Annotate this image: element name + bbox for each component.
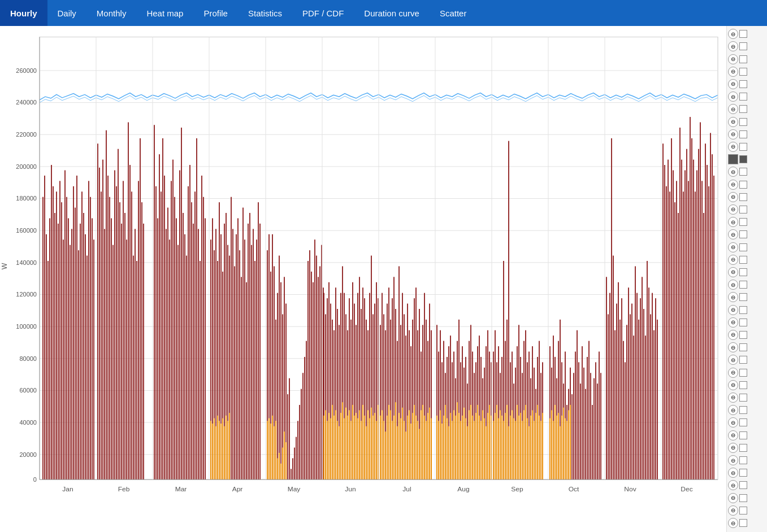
rp-circle-icon-37[interactable]: ⊖ [728, 493, 738, 503]
rp-circle-icon-30[interactable]: ⊖ [728, 405, 738, 415]
nav-daily[interactable]: Daily [47, 0, 86, 26]
nav-monthly[interactable]: Monthly [86, 0, 137, 26]
rp-checkbox-34[interactable] [739, 444, 747, 452]
rp-circle-icon-13[interactable]: ⊖ [728, 192, 738, 202]
rp-checkbox-10[interactable] [739, 143, 747, 151]
nav-hourly[interactable]: Hourly [0, 0, 47, 26]
rp-checkbox-36[interactable] [739, 469, 747, 477]
rp-circle-icon-2[interactable]: ⊖ [728, 41, 738, 51]
rp-checkbox-40[interactable] [739, 519, 747, 527]
rp-circle-icon-29[interactable]: ⊖ [728, 393, 738, 403]
rp-circle-icon-14[interactable]: ⊖ [728, 204, 738, 215]
rp-circle-icon-21[interactable]: ⊖ [728, 292, 738, 302]
rp-checkbox-22[interactable] [739, 293, 747, 301]
rp-circle-icon-5[interactable]: ⊖ [728, 79, 738, 89]
svg-rect-386 [686, 149, 687, 479]
rp-checkbox-39[interactable] [739, 507, 747, 514]
rp-circle-icon-35[interactable]: ⊖ [728, 468, 738, 478]
right-panel-row: ⊖ [728, 417, 766, 428]
rp-circle-icon-9[interactable]: ⊖ [728, 129, 738, 139]
rp-checkbox-5[interactable] [739, 80, 747, 88]
rp-checkbox-35[interactable] [739, 456, 747, 464]
rp-checkbox-32[interactable] [739, 418, 747, 426]
svg-rect-97 [169, 239, 170, 479]
rp-checkbox-38[interactable] [739, 494, 747, 502]
rp-circle-icon-31[interactable]: ⊖ [728, 417, 738, 428]
rp-checkbox-16[interactable] [739, 218, 747, 226]
rp-checkbox-23[interactable] [739, 306, 747, 314]
nav-duration[interactable]: Duration curve [354, 0, 430, 26]
rp-circle-icon-7[interactable]: ⊖ [728, 104, 738, 114]
rp-checkbox-11[interactable] [739, 155, 747, 163]
rp-checkbox-1[interactable] [739, 30, 747, 38]
rp-checkbox-15[interactable] [739, 206, 747, 213]
rp-checkbox-6[interactable] [739, 93, 747, 101]
rp-checkbox-28[interactable] [739, 369, 747, 377]
right-panel-row: ⊖ [728, 191, 766, 203]
nav-statistics[interactable]: Statistics [238, 0, 292, 26]
rp-checkbox-27[interactable] [739, 356, 747, 364]
rp-circle-icon-12[interactable]: ⊖ [728, 180, 738, 190]
rp-circle-icon-34[interactable]: ⊖ [728, 455, 738, 465]
svg-rect-437 [340, 413, 341, 479]
rp-circle-icon-22[interactable]: ⊖ [728, 305, 738, 315]
rp-checkbox-2[interactable] [739, 42, 747, 50]
svg-rect-445 [354, 416, 355, 479]
rp-circle-icon-27[interactable]: ⊖ [728, 368, 738, 378]
rp-circle-icon-26[interactable]: ⊖ [728, 355, 738, 365]
rp-circle-icon-25[interactable]: ⊖ [728, 342, 738, 352]
nav-profile[interactable]: Profile [193, 0, 238, 26]
rp-circle-icon-24[interactable]: ⊖ [728, 330, 738, 340]
rp-checkbox-7[interactable] [739, 105, 747, 113]
rp-circle-icon-15[interactable]: ⊖ [728, 217, 738, 227]
rp-circle-icon-10[interactable]: ⊖ [728, 142, 738, 152]
rp-circle-icon-11[interactable]: ⊖ [728, 167, 738, 177]
rp-checkbox-29[interactable] [739, 381, 747, 389]
rp-checkbox-3[interactable] [739, 55, 747, 63]
rp-circle-icon-20[interactable]: ⊖ [728, 280, 738, 290]
rp-circle-icon-3[interactable]: ⊖ [728, 54, 738, 64]
rp-circle-icon-16[interactable]: ⊖ [728, 229, 738, 239]
rp-checkbox-19[interactable] [739, 256, 747, 264]
rp-circle-icon-17[interactable]: ⊖ [728, 242, 738, 252]
svg-rect-56 [88, 181, 89, 479]
rp-circle-icon-19[interactable]: ⊖ [728, 267, 738, 277]
rp-circle-icon-4[interactable]: ⊖ [728, 67, 738, 77]
rp-checkbox-9[interactable] [739, 130, 747, 138]
rp-circle-icon-23[interactable]: ⊖ [728, 317, 738, 328]
rp-checkbox-31[interactable] [739, 406, 747, 414]
rp-circle-icon-8[interactable]: ⊖ [728, 117, 738, 127]
svg-rect-398 [707, 165, 708, 479]
rp-circle-icon-32[interactable]: ⊖ [728, 430, 738, 441]
rp-checkbox-20[interactable] [739, 268, 747, 276]
rp-circle-icon-28[interactable]: ⊖ [728, 380, 738, 390]
svg-rect-335 [592, 405, 593, 479]
nav-heatmap[interactable]: Heat map [136, 0, 193, 26]
rp-checkbox-24[interactable] [739, 319, 747, 326]
rp-checkbox-21[interactable] [739, 281, 747, 289]
rp-checkbox-12[interactable] [739, 168, 747, 176]
rp-circle-icon-18[interactable]: ⊖ [728, 255, 738, 265]
rp-checkbox-18[interactable] [739, 243, 747, 251]
rp-circle-icon-36[interactable]: ⊖ [728, 480, 738, 490]
rp-checkbox-30[interactable] [739, 394, 747, 402]
rp-checkbox-14[interactable] [739, 193, 747, 201]
svg-rect-47 [73, 186, 74, 479]
rp-circle-icon-39[interactable]: ⊖ [728, 518, 738, 528]
rp-checkbox-26[interactable] [739, 343, 747, 351]
nav-scatter[interactable]: Scatter [430, 0, 477, 26]
rp-checkbox-37[interactable] [739, 481, 747, 489]
rp-checkbox-25[interactable] [739, 331, 747, 339]
rp-circle-icon-1[interactable]: ⊖ [728, 29, 738, 39]
rp-circle-icon-38[interactable]: ⊖ [728, 505, 738, 516]
right-panel-row: ⊖ [728, 241, 766, 252]
nav-pdfcdf[interactable]: PDF / CDF [292, 0, 354, 26]
rp-square-icon-1[interactable] [728, 154, 738, 164]
rp-circle-icon-6[interactable]: ⊖ [728, 91, 738, 102]
rp-checkbox-17[interactable] [739, 230, 747, 238]
rp-checkbox-4[interactable] [739, 68, 747, 76]
rp-checkbox-33[interactable] [739, 431, 747, 439]
rp-checkbox-8[interactable] [739, 118, 747, 126]
rp-checkbox-13[interactable] [739, 181, 747, 189]
rp-circle-icon-33[interactable]: ⊖ [728, 443, 738, 453]
